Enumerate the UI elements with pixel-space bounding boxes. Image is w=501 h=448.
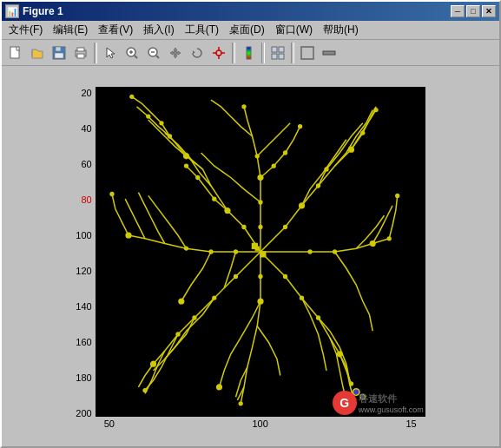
svg-rect-23 — [272, 54, 277, 59]
svg-line-13 — [156, 56, 159, 58]
svg-rect-5 — [77, 48, 84, 51]
menu-desktop[interactable]: 桌面(D) — [224, 21, 270, 39]
svg-point-65 — [325, 168, 328, 171]
x-axis: 50 100 15 — [96, 418, 425, 429]
open-file-button[interactable] — [27, 43, 48, 63]
pan-button[interactable] — [165, 43, 186, 63]
y-label-200: 200 — [76, 409, 91, 418]
svg-point-57 — [168, 135, 171, 138]
save-button[interactable] — [49, 43, 69, 63]
menu-bar: 文件(F) 编辑(E) 查看(V) 插入(I) 工具(T) 桌面(D) 窗口(W… — [2, 21, 499, 40]
rotate-button[interactable] — [187, 43, 208, 63]
plot-container: 20 40 60 80 100 120 140 160 180 200 — [76, 87, 425, 429]
x-label-50: 50 — [104, 418, 115, 429]
watermark-company: 谷速软件 — [359, 392, 424, 405]
svg-point-42 — [110, 193, 114, 196]
svg-point-38 — [349, 382, 353, 385]
close-button[interactable]: ✕ — [482, 5, 496, 17]
content-area: 20 40 60 80 100 120 140 160 180 200 — [2, 66, 499, 446]
svg-point-37 — [395, 194, 399, 198]
toolbar — [2, 40, 499, 66]
svg-rect-6 — [77, 54, 84, 58]
svg-point-60 — [213, 197, 216, 201]
svg-point-45 — [183, 154, 188, 159]
hide-plot-button[interactable] — [297, 43, 318, 63]
svg-point-56 — [258, 175, 263, 181]
y-label-180: 180 — [76, 373, 91, 383]
svg-point-59 — [196, 176, 200, 180]
title-bar-buttons: ─ □ ✕ — [451, 5, 496, 17]
svg-point-44 — [298, 125, 301, 128]
svg-point-66 — [316, 184, 320, 188]
menu-file[interactable]: 文件(F) — [3, 21, 48, 39]
svg-marker-14 — [193, 50, 195, 53]
new-file-button[interactable] — [5, 43, 26, 63]
svg-point-73 — [193, 316, 196, 320]
svg-point-34 — [361, 131, 365, 135]
show-axes-button[interactable] — [319, 43, 339, 63]
y-label-20: 20 — [81, 89, 91, 98]
svg-point-62 — [283, 226, 287, 229]
minimize-button[interactable]: ─ — [451, 5, 465, 17]
svg-point-50 — [337, 352, 342, 357]
svg-rect-26 — [323, 51, 335, 55]
svg-point-64 — [333, 250, 336, 254]
svg-point-41 — [143, 389, 147, 392]
menu-tools[interactable]: 工具(T) — [180, 21, 224, 39]
svg-point-63 — [308, 250, 312, 254]
plot-right: G 谷速软件 www.gususoft.com 50 100 15 — [96, 87, 425, 429]
separator-1 — [94, 43, 97, 63]
svg-point-31 — [160, 122, 163, 125]
svg-line-10 — [135, 56, 137, 58]
svg-point-76 — [209, 250, 213, 254]
separator-3 — [261, 43, 265, 63]
svg-point-43 — [242, 105, 246, 109]
plot-canvas[interactable]: G 谷速软件 www.gususoft.com — [96, 87, 425, 417]
y-axis: 20 40 60 80 100 120 140 160 180 200 — [76, 89, 95, 418]
zoom-in-button[interactable] — [122, 43, 142, 63]
svg-point-58 — [184, 164, 188, 168]
restore-button[interactable]: □ — [466, 5, 480, 17]
svg-point-49 — [370, 241, 375, 247]
main-window: 📊 Figure 1 ─ □ ✕ 文件(F) 编辑(E) 查看(V) 插入(I)… — [0, 0, 501, 448]
svg-point-46 — [225, 208, 230, 214]
menu-edit[interactable]: 编辑(E) — [48, 21, 93, 39]
watermark: G 谷速软件 www.gususoft.com — [333, 391, 424, 415]
svg-point-51 — [258, 299, 263, 304]
watermark-site: www.gususoft.com — [359, 405, 424, 414]
svg-point-77 — [234, 250, 237, 254]
svg-point-55 — [179, 299, 184, 304]
svg-point-74 — [176, 333, 180, 336]
menu-window[interactable]: 窗口(W) — [270, 21, 318, 39]
menu-insert[interactable]: 插入(I) — [138, 21, 179, 39]
svg-point-79 — [259, 201, 262, 204]
svg-point-70 — [259, 275, 262, 279]
y-label-120: 120 — [76, 267, 91, 276]
zoom-out-button[interactable] — [143, 43, 164, 63]
svg-rect-24 — [279, 54, 284, 59]
print-button[interactable] — [70, 43, 91, 63]
svg-point-32 — [147, 115, 150, 118]
watermark-logo: G — [333, 391, 357, 415]
svg-point-35 — [374, 109, 378, 112]
x-label-100: 100 — [252, 418, 267, 429]
svg-point-47 — [299, 203, 304, 208]
menu-view[interactable]: 查看(V) — [93, 21, 138, 39]
svg-point-81 — [272, 164, 275, 168]
svg-rect-20 — [247, 47, 251, 59]
svg-point-68 — [300, 296, 303, 300]
menu-help[interactable]: 帮助(H) — [318, 21, 364, 39]
svg-rect-21 — [272, 47, 277, 52]
svg-point-72 — [213, 296, 216, 300]
svg-point-75 — [184, 247, 188, 250]
svg-rect-25 — [301, 47, 313, 59]
svg-rect-22 — [279, 47, 284, 52]
select-button[interactable] — [100, 43, 121, 63]
grid-button[interactable] — [267, 43, 288, 63]
y-label-60: 60 — [81, 160, 91, 169]
data-cursor-button[interactable] — [208, 43, 229, 63]
colorbar-button[interactable] — [238, 43, 259, 63]
svg-rect-3 — [55, 53, 63, 58]
svg-point-82 — [283, 151, 287, 155]
svg-rect-2 — [56, 47, 61, 51]
